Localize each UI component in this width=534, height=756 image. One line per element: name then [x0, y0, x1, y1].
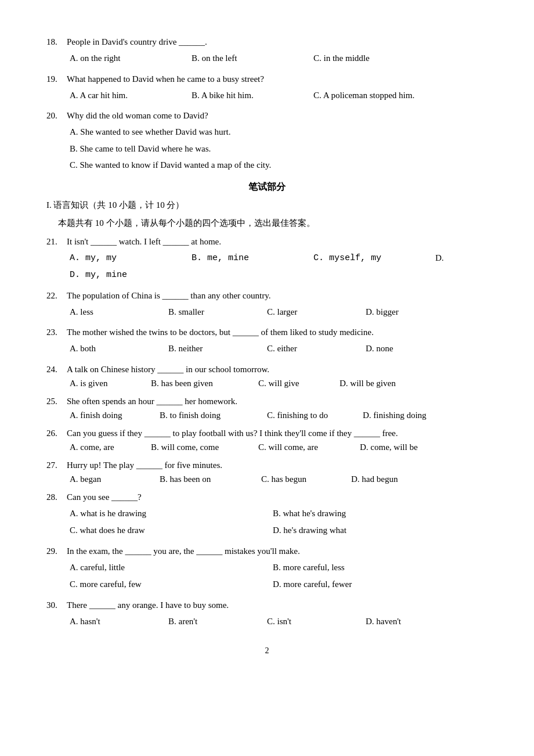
section-I-intro: 本题共有 10 个小题，请从每个小题的四个选项中，选出最佳答案。 — [58, 216, 488, 231]
question-19: 19. What happened to David when he came … — [46, 72, 488, 103]
q26-number: 26. — [46, 426, 67, 440]
q25-number: 25. — [46, 394, 67, 408]
q27-optB: B. has been on — [160, 474, 255, 484]
q26-text: Can you guess if they ______ to play foo… — [67, 426, 488, 440]
q18-optB: B. on the left — [192, 51, 308, 66]
q23-options: A. both B. neither C. either D. none — [70, 341, 488, 357]
q21-optD-label: D. — [435, 251, 444, 266]
q24-text: A talk on Chinese history ______ in our … — [67, 362, 488, 376]
q24-options: A. is given B. has been given C. will gi… — [70, 379, 488, 388]
q21-optA: A. my, my — [70, 251, 186, 266]
q26-optC: C. will come, are — [258, 442, 354, 452]
q18-text: People in David's country drive ______. — [67, 35, 488, 49]
q29-optD: D. more careful, fewer — [273, 577, 470, 592]
q22-optB: B. smaller — [168, 305, 261, 320]
q22-optC: C. larger — [267, 305, 360, 320]
q18-number: 18. — [46, 35, 67, 49]
q28-text: Can you see ______? — [67, 490, 488, 504]
q29-optC: C. more careful, few — [70, 577, 267, 592]
q24-optA: A. is given — [70, 379, 145, 388]
section-I-title: I. 语言知识（共 10 小题，计 10 分） — [46, 198, 488, 213]
question-27: 27. Hurry up! The play ______ for five m… — [46, 458, 488, 484]
question-30: 30. There ______ any orange. I have to b… — [46, 598, 488, 629]
q20-optA: A. She wanted to see whether David was h… — [70, 125, 488, 140]
q21-options: A. my, my B. me, mine C. myself, my D. — [70, 251, 488, 266]
q29-optB: B. more careful, less — [273, 560, 470, 575]
q21-optD: D. my, mine — [70, 268, 488, 283]
q27-number: 27. — [46, 458, 67, 472]
q25-optB: B. to finish doing — [160, 411, 261, 420]
q19-optC: C. A policeman stopped him. — [313, 88, 430, 103]
q28-optD: D. he's drawing what — [273, 523, 470, 538]
q25-options: A. finish doing B. to finish doing C. fi… — [70, 411, 488, 420]
q22-optD: D. bigger — [366, 305, 459, 320]
q30-options: A. hasn't B. aren't C. isn't D. haven't — [70, 614, 488, 629]
q18-optA: A. on the right — [70, 51, 186, 66]
q19-text: What happened to David when he came to a… — [67, 72, 488, 86]
q29-optA: A. careful, little — [70, 560, 267, 575]
q30-number: 30. — [46, 598, 67, 612]
q19-optA: A. A car hit him. — [70, 88, 186, 103]
q26-optA: A. come, are — [70, 442, 145, 452]
q22-options: A. less B. smaller C. larger D. bigger — [70, 305, 488, 320]
q30-text: There ______ any orange. I have to buy s… — [67, 598, 488, 612]
q24-optB: B. has been given — [151, 379, 252, 388]
question-26: 26. Can you guess if they ______ to play… — [46, 426, 488, 452]
q27-optD: D. had begun — [351, 474, 398, 484]
question-18: 18. People in David's country drive ____… — [46, 35, 488, 66]
q25-optD: D. finishing doing — [363, 411, 427, 420]
q23-number: 23. — [46, 325, 67, 339]
q21-optC: C. myself, my — [313, 251, 430, 266]
q20-number: 20. — [46, 109, 67, 123]
q29-options-row1: A. careful, little B. more careful, less — [70, 560, 488, 575]
q26-optD: D. come, will be — [360, 442, 418, 452]
question-23: 23. The mother wished the twins to be do… — [46, 325, 488, 357]
q18-options: A. on the right B. on the left C. in the… — [70, 51, 488, 66]
q21-optD-text: D. my, mine — [70, 268, 127, 283]
q28-options-row2: C. what does he draw D. he's drawing wha… — [70, 523, 488, 538]
q20-optC: C. She wanted to know if David wanted a … — [70, 158, 488, 173]
section-title: 笔试部分 — [46, 181, 488, 193]
q30-optA: A. hasn't — [70, 614, 163, 629]
q23-optD: D. none — [366, 341, 459, 357]
question-29: 29. In the exam, the ______ you are, the… — [46, 544, 488, 592]
q30-optD: D. haven't — [366, 614, 459, 629]
q27-optA: A. began — [70, 474, 154, 484]
q23-text: The mother wished the twins to be doctor… — [67, 325, 488, 339]
question-24: 24. A talk on Chinese history ______ in … — [46, 362, 488, 388]
question-28: 28. Can you see ______? A. what is he dr… — [46, 490, 488, 538]
q28-number: 28. — [46, 490, 67, 504]
q23-optB: B. neither — [168, 341, 261, 357]
q21-text: It isn't ______ watch. I left ______ at … — [67, 235, 488, 249]
question-20: 20. Why did the old woman come to David?… — [46, 109, 488, 173]
q27-options: A. began B. has been on C. has begun D. … — [70, 474, 488, 484]
q30-optB: B. aren't — [168, 614, 261, 629]
q29-options-row2: C. more careful, few D. more careful, fe… — [70, 577, 488, 592]
q22-text: The population of China is ______ than a… — [67, 289, 488, 303]
question-22: 22. The population of China is ______ th… — [46, 289, 488, 320]
question-25: 25. She often spends an hour ______ her … — [46, 394, 488, 420]
q23-optA: A. both — [70, 341, 163, 357]
q29-number: 29. — [46, 544, 67, 558]
q20-text: Why did the old woman come to David? — [67, 109, 488, 123]
q30-optC: C. isn't — [267, 614, 360, 629]
q29-text: In the exam, the ______ you are, the ___… — [67, 544, 488, 558]
q24-optC: C. will give — [258, 379, 334, 388]
q26-optB: B. will come, come — [151, 442, 252, 452]
q19-optB: B. A bike hit him. — [192, 88, 308, 103]
q28-optA: A. what is he drawing — [70, 506, 267, 521]
q25-optA: A. finish doing — [70, 411, 154, 420]
q28-optB: B. what he's drawing — [273, 506, 470, 521]
q22-number: 22. — [46, 289, 67, 303]
question-21: 21. It isn't ______ watch. I left ______… — [46, 235, 488, 283]
q21-optB: B. me, mine — [192, 251, 308, 266]
q27-optC: C. has begun — [261, 474, 345, 484]
q24-number: 24. — [46, 362, 67, 376]
q19-options: A. A car hit him. B. A bike hit him. C. … — [70, 88, 488, 103]
q25-text: She often spends an hour ______ her home… — [67, 394, 488, 408]
q25-optC: C. finishing to do — [267, 411, 357, 420]
q23-optC: C. either — [267, 341, 360, 357]
page-number: 2 — [46, 646, 488, 656]
q18-optC: C. in the middle — [313, 51, 430, 66]
q21-number: 21. — [46, 235, 67, 249]
